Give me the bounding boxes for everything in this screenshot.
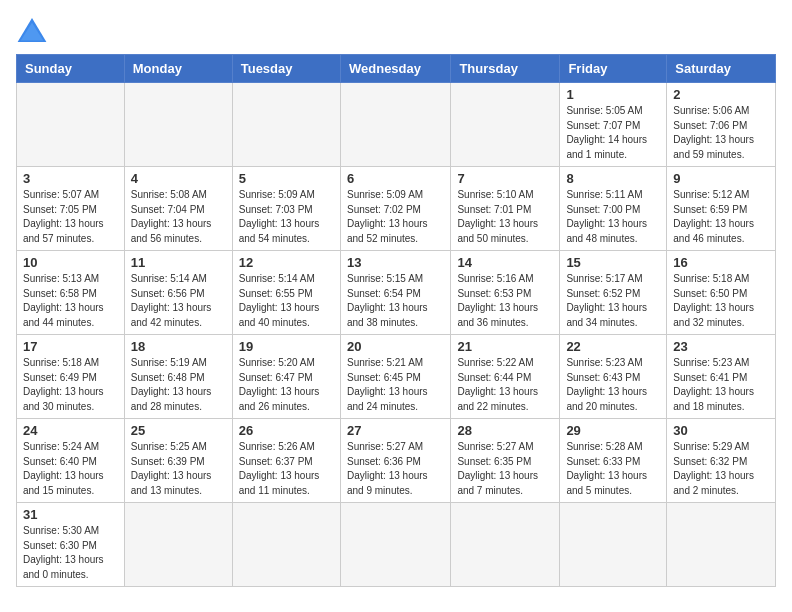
calendar-day-cell: 7Sunrise: 5:10 AM Sunset: 7:01 PM Daylig… [451,167,560,251]
day-number: 12 [239,255,334,270]
logo [16,16,52,44]
day-number: 14 [457,255,553,270]
day-info: Sunrise: 5:07 AM Sunset: 7:05 PM Dayligh… [23,188,118,246]
day-info: Sunrise: 5:15 AM Sunset: 6:54 PM Dayligh… [347,272,444,330]
calendar-day-cell: 8Sunrise: 5:11 AM Sunset: 7:00 PM Daylig… [560,167,667,251]
calendar-day-cell: 6Sunrise: 5:09 AM Sunset: 7:02 PM Daylig… [340,167,450,251]
day-number: 1 [566,87,660,102]
day-number: 30 [673,423,769,438]
calendar-day-cell [124,503,232,587]
weekday-header-saturday: Saturday [667,55,776,83]
calendar-day-cell: 9Sunrise: 5:12 AM Sunset: 6:59 PM Daylig… [667,167,776,251]
day-info: Sunrise: 5:14 AM Sunset: 6:55 PM Dayligh… [239,272,334,330]
day-info: Sunrise: 5:18 AM Sunset: 6:49 PM Dayligh… [23,356,118,414]
day-info: Sunrise: 5:06 AM Sunset: 7:06 PM Dayligh… [673,104,769,162]
day-number: 26 [239,423,334,438]
calendar-day-cell: 14Sunrise: 5:16 AM Sunset: 6:53 PM Dayli… [451,251,560,335]
calendar-table: SundayMondayTuesdayWednesdayThursdayFrid… [16,54,776,587]
weekday-header-thursday: Thursday [451,55,560,83]
day-info: Sunrise: 5:23 AM Sunset: 6:43 PM Dayligh… [566,356,660,414]
day-info: Sunrise: 5:12 AM Sunset: 6:59 PM Dayligh… [673,188,769,246]
day-info: Sunrise: 5:27 AM Sunset: 6:35 PM Dayligh… [457,440,553,498]
calendar-day-cell: 15Sunrise: 5:17 AM Sunset: 6:52 PM Dayli… [560,251,667,335]
day-info: Sunrise: 5:30 AM Sunset: 6:30 PM Dayligh… [23,524,118,582]
calendar-day-cell: 11Sunrise: 5:14 AM Sunset: 6:56 PM Dayli… [124,251,232,335]
calendar-day-cell: 16Sunrise: 5:18 AM Sunset: 6:50 PM Dayli… [667,251,776,335]
day-info: Sunrise: 5:08 AM Sunset: 7:04 PM Dayligh… [131,188,226,246]
day-info: Sunrise: 5:28 AM Sunset: 6:33 PM Dayligh… [566,440,660,498]
day-number: 25 [131,423,226,438]
day-number: 6 [347,171,444,186]
calendar-day-cell: 17Sunrise: 5:18 AM Sunset: 6:49 PM Dayli… [17,335,125,419]
calendar-day-cell: 24Sunrise: 5:24 AM Sunset: 6:40 PM Dayli… [17,419,125,503]
calendar-day-cell [667,503,776,587]
calendar-week-row: 10Sunrise: 5:13 AM Sunset: 6:58 PM Dayli… [17,251,776,335]
calendar-day-cell: 28Sunrise: 5:27 AM Sunset: 6:35 PM Dayli… [451,419,560,503]
calendar-day-cell [451,503,560,587]
calendar-day-cell: 20Sunrise: 5:21 AM Sunset: 6:45 PM Dayli… [340,335,450,419]
day-number: 9 [673,171,769,186]
day-info: Sunrise: 5:11 AM Sunset: 7:00 PM Dayligh… [566,188,660,246]
day-number: 29 [566,423,660,438]
day-info: Sunrise: 5:10 AM Sunset: 7:01 PM Dayligh… [457,188,553,246]
day-info: Sunrise: 5:13 AM Sunset: 6:58 PM Dayligh… [23,272,118,330]
calendar-day-cell: 3Sunrise: 5:07 AM Sunset: 7:05 PM Daylig… [17,167,125,251]
day-number: 28 [457,423,553,438]
calendar-day-cell: 26Sunrise: 5:26 AM Sunset: 6:37 PM Dayli… [232,419,340,503]
calendar-week-row: 1Sunrise: 5:05 AM Sunset: 7:07 PM Daylig… [17,83,776,167]
day-number: 7 [457,171,553,186]
calendar-day-cell: 29Sunrise: 5:28 AM Sunset: 6:33 PM Dayli… [560,419,667,503]
day-number: 2 [673,87,769,102]
calendar-day-cell: 4Sunrise: 5:08 AM Sunset: 7:04 PM Daylig… [124,167,232,251]
calendar-week-row: 3Sunrise: 5:07 AM Sunset: 7:05 PM Daylig… [17,167,776,251]
weekday-header-row: SundayMondayTuesdayWednesdayThursdayFrid… [17,55,776,83]
calendar-day-cell: 25Sunrise: 5:25 AM Sunset: 6:39 PM Dayli… [124,419,232,503]
day-number: 5 [239,171,334,186]
calendar-day-cell: 10Sunrise: 5:13 AM Sunset: 6:58 PM Dayli… [17,251,125,335]
day-number: 11 [131,255,226,270]
day-number: 10 [23,255,118,270]
day-info: Sunrise: 5:19 AM Sunset: 6:48 PM Dayligh… [131,356,226,414]
weekday-header-wednesday: Wednesday [340,55,450,83]
day-number: 13 [347,255,444,270]
calendar-day-cell: 2Sunrise: 5:06 AM Sunset: 7:06 PM Daylig… [667,83,776,167]
calendar-day-cell: 22Sunrise: 5:23 AM Sunset: 6:43 PM Dayli… [560,335,667,419]
day-number: 21 [457,339,553,354]
calendar-day-cell: 30Sunrise: 5:29 AM Sunset: 6:32 PM Dayli… [667,419,776,503]
day-number: 20 [347,339,444,354]
day-number: 18 [131,339,226,354]
calendar-day-cell [17,83,125,167]
day-number: 27 [347,423,444,438]
day-number: 4 [131,171,226,186]
day-info: Sunrise: 5:25 AM Sunset: 6:39 PM Dayligh… [131,440,226,498]
day-info: Sunrise: 5:14 AM Sunset: 6:56 PM Dayligh… [131,272,226,330]
day-number: 19 [239,339,334,354]
page-header [16,16,776,44]
calendar-day-cell: 5Sunrise: 5:09 AM Sunset: 7:03 PM Daylig… [232,167,340,251]
calendar-day-cell [232,503,340,587]
day-info: Sunrise: 5:22 AM Sunset: 6:44 PM Dayligh… [457,356,553,414]
day-info: Sunrise: 5:24 AM Sunset: 6:40 PM Dayligh… [23,440,118,498]
weekday-header-tuesday: Tuesday [232,55,340,83]
day-info: Sunrise: 5:05 AM Sunset: 7:07 PM Dayligh… [566,104,660,162]
day-info: Sunrise: 5:09 AM Sunset: 7:03 PM Dayligh… [239,188,334,246]
calendar-day-cell: 13Sunrise: 5:15 AM Sunset: 6:54 PM Dayli… [340,251,450,335]
calendar-day-cell [560,503,667,587]
calendar-week-row: 17Sunrise: 5:18 AM Sunset: 6:49 PM Dayli… [17,335,776,419]
calendar-day-cell [340,503,450,587]
day-number: 16 [673,255,769,270]
generalblue-logo-icon [16,16,48,44]
weekday-header-sunday: Sunday [17,55,125,83]
day-info: Sunrise: 5:23 AM Sunset: 6:41 PM Dayligh… [673,356,769,414]
day-number: 31 [23,507,118,522]
calendar-day-cell [124,83,232,167]
day-info: Sunrise: 5:26 AM Sunset: 6:37 PM Dayligh… [239,440,334,498]
calendar-day-cell: 12Sunrise: 5:14 AM Sunset: 6:55 PM Dayli… [232,251,340,335]
day-number: 23 [673,339,769,354]
calendar-day-cell [451,83,560,167]
calendar-week-row: 31Sunrise: 5:30 AM Sunset: 6:30 PM Dayli… [17,503,776,587]
calendar-day-cell: 1Sunrise: 5:05 AM Sunset: 7:07 PM Daylig… [560,83,667,167]
day-info: Sunrise: 5:20 AM Sunset: 6:47 PM Dayligh… [239,356,334,414]
calendar-day-cell: 31Sunrise: 5:30 AM Sunset: 6:30 PM Dayli… [17,503,125,587]
calendar-day-cell [232,83,340,167]
